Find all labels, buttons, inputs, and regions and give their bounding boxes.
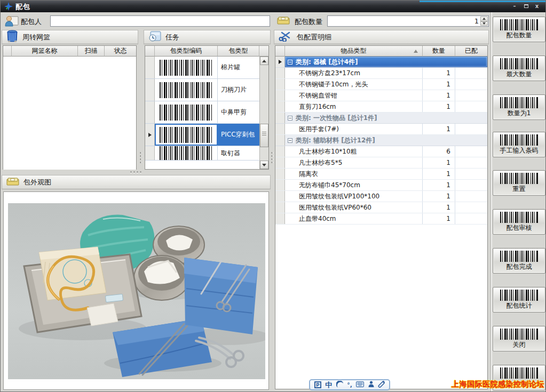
detail-col-qty[interactable]: 数量 [423,46,455,57]
basket-col-status[interactable]: 状态 [105,46,136,57]
detail-item-row[interactable]: 凡士林纱布5*5 1 [275,157,487,169]
detail-item-row[interactable]: 隔离衣 1 [275,169,487,180]
package-icon [277,16,290,27]
task-grid-corner [145,46,155,57]
scroll-down-icon[interactable] [260,161,268,169]
collapse-icon[interactable] [288,60,292,65]
detail-item-row[interactable]: 不锈钢镊子10cm，光头 1 [275,79,487,90]
task-panel-header: 任务 [144,30,271,44]
action-button-pack-complete[interactable]: 配包完成 [493,248,545,274]
action-barcode [500,173,539,184]
detail-item-row[interactable]: 医用手套(7#) 1 [275,124,487,135]
detail-item-row[interactable]: 直剪刀16cm 1 [275,101,487,113]
task-icon [148,30,161,44]
action-button-pack-review[interactable]: 配包审核 [493,209,545,235]
spin-up-icon[interactable] [480,17,488,21]
ime-toolbar[interactable]: P 中 °, [309,379,390,390]
detail-grid[interactable]: 物品类型 数量 已配 类别: 器械 [总计4件] 不锈钢方盘23*17cm 1 … [275,45,488,389]
basket-grid-body[interactable] [3,57,136,170]
package-photo [8,203,265,379]
horizontal-splitter[interactable] [130,171,141,173]
task-grid[interactable]: 包类型编码 包类型 棉片罐 刀柄刀片 中鼻甲剪 PICC穿刺包 [145,45,269,170]
package-icon [6,177,19,188]
scroll-thumb[interactable] [260,124,268,147]
sidebar-splitter[interactable] [490,12,492,392]
quantity-stepper[interactable]: 1 [327,15,489,27]
vertical-splitter[interactable] [140,152,141,163]
detail-group-row[interactable]: 类别: 一次性物品 [总计1件] [275,113,487,124]
close-button[interactable]: x [533,3,541,10]
action-barcode [500,367,539,379]
row-indicator-icon [279,60,282,64]
detail-item-row[interactable]: 不锈钢方盘23*17cm 1 [275,68,487,79]
task-col-code[interactable]: 包类型编码 [155,46,218,57]
detail-grid-corner [275,46,285,57]
ime-punctuation-icon[interactable]: °, [347,382,352,388]
pack-type-barcode [160,105,213,121]
action-button-pack-statistics[interactable]: 配包统计 [493,287,545,313]
task-row[interactable]: 棉片罐 [145,57,259,79]
main-vertical-splitter[interactable] [271,152,273,163]
task-row[interactable]: 取钉器 [145,146,259,161]
task-row[interactable]: 刀柄刀片 [145,79,259,101]
action-barcode [500,251,539,262]
detail-col-item[interactable]: 物品类型 [285,46,423,57]
ime-language-mode[interactable]: 中 [325,381,332,388]
task-row-selected[interactable]: PICC穿刺包 [145,124,259,146]
title-bar[interactable]: 配包 – x [1,1,546,12]
basket-panel-header: 周转网篮 [2,30,138,44]
action-barcode [500,212,539,223]
pack-type-barcode [160,127,213,143]
task-row[interactable]: 中鼻甲剪 [145,101,259,124]
quantity-spin-buttons[interactable] [480,17,488,26]
detail-item-row[interactable]: 无纺布铺巾45*70cm 1 [275,180,487,191]
ime-user-icon[interactable] [368,381,374,389]
ime-pinyin-logo-icon[interactable]: P [314,381,321,388]
quantity-label: 配包数量 [295,17,322,27]
collapse-icon[interactable] [288,116,292,121]
restore-button[interactable] [522,3,531,10]
detail-item-row[interactable]: 不锈钢血管钳 1 [275,90,487,101]
detail-item-row[interactable]: 凡士林纱布10*10粗 6 [275,146,487,157]
detail-col-packed[interactable]: 已配 [455,46,487,57]
collapse-icon[interactable] [288,138,292,143]
ime-fullwidth-moon-icon[interactable] [336,381,343,389]
window-title: 配包 [15,2,30,12]
detail-item-row[interactable]: 医用皱纹包装纸VP100*100 1 [275,191,487,202]
action-button-close[interactable]: 关闭 [493,326,545,351]
action-barcode [500,97,539,108]
pack-type-barcode [160,60,213,76]
basket-col-name[interactable]: 网篮名称 [12,46,78,57]
ime-keyboard-icon[interactable] [356,381,364,389]
task-scrollbar[interactable] [259,57,268,169]
ime-tools-icon[interactable] [378,381,385,389]
photo-frame [3,191,269,390]
action-button-manual-barcode[interactable]: 手工输入条码 [493,132,545,157]
detail-group-row-selected[interactable]: 类别: 器械 [总计4件] [275,57,487,68]
forum-watermark: 上海国际医院感染控制论坛 [452,380,544,389]
row-indicator-icon [148,133,152,137]
basket-col-scan[interactable]: 扫描 [78,46,105,57]
action-button-quantity-one[interactable]: 数量为1 [493,94,545,120]
task-col-type[interactable]: 包类型 [218,46,259,57]
action-button-max-quantity[interactable]: 最大数量 [493,55,545,81]
basket-grid[interactable]: 网篮名称 扫描 状态 [3,45,137,170]
action-barcode [500,19,539,30]
action-button-reset[interactable]: 重置 [493,170,545,196]
pack-type-barcode [160,82,213,98]
packer-input[interactable] [50,15,270,27]
photo-panel-header: 包外观图 [2,175,271,189]
scroll-up-icon[interactable] [260,57,268,65]
basket-panel-title: 周转网篮 [22,33,50,42]
minimize-button[interactable]: – [510,3,519,10]
task-panel-title: 任务 [165,33,179,42]
app-logo-icon [4,2,13,12]
detail-group-row[interactable]: 类别: 辅助材料 [总计12件] [275,135,487,146]
action-barcode [500,134,539,146]
action-button-pack-quantity[interactable]: 配包数量 [493,17,545,42]
detail-item-row[interactable]: 医用皱纹包装纸VP60*60 1 [275,202,487,213]
action-barcode [500,290,539,301]
spin-down-icon[interactable] [480,21,488,26]
detail-item-row[interactable]: 止血带40cm 1 [275,213,487,225]
basket-icon [6,30,18,44]
